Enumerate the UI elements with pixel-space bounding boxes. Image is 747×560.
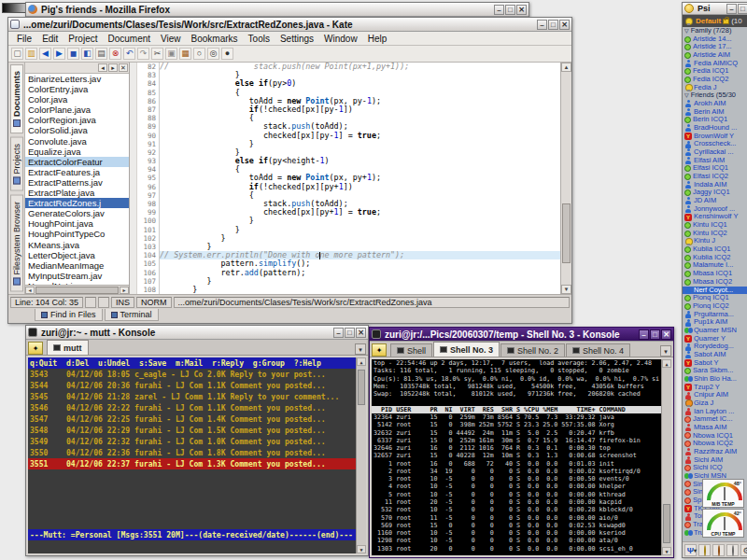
tab-shell-no-4[interactable]: Shell No. 4 xyxy=(566,343,630,357)
psi-window[interactable]: Psi – □ ✕ Default (10 ▽Family (7/28)Aris… xyxy=(682,2,747,558)
paste-icon[interactable]: ▦ xyxy=(179,48,191,60)
roster-contact[interactable]: Sichi ICQ xyxy=(683,464,747,472)
mail-list-row[interactable]: 3543 04/12/06 18:05 c_eagle - LJ Co 2.0K… xyxy=(28,369,366,380)
account-setup-icon[interactable]: ⚙ xyxy=(740,544,747,556)
roster-contact[interactable]: Elfasi AIM xyxy=(683,157,747,165)
roster-contact[interactable]: Cnipur AIM xyxy=(683,391,747,399)
roster-contact[interactable]: Kintu J xyxy=(683,237,747,245)
find-previous-icon[interactable]: ● xyxy=(221,48,233,60)
mail-list-row[interactable]: 3551 04/12/06 22:37 furahi - LJ Com 1.3K… xyxy=(28,458,366,469)
roster-contact[interactable]: Nerf Coyot... xyxy=(683,287,747,295)
roster-contact[interactable]: Pionq ICQ2 xyxy=(683,302,747,311)
menu-bookmarks[interactable]: Bookmarks xyxy=(187,34,243,44)
document-list-item[interactable]: HoughPointTypeCo xyxy=(25,229,129,239)
roster-contact[interactable]: Aristide AIM xyxy=(683,51,747,60)
minimize-icon[interactable]: – xyxy=(537,20,547,30)
roster-contact[interactable]: Quamer Y xyxy=(683,335,747,343)
close-icon[interactable]: ✕ xyxy=(661,329,671,340)
roster-contact[interactable]: Kublia ICQ1 xyxy=(683,245,747,254)
scroll-thumb[interactable] xyxy=(358,370,365,405)
psi-roster[interactable]: ▽Family (7/28)Aristide 14...Aristide 17.… xyxy=(683,27,747,541)
back-icon[interactable]: ◀ xyxy=(39,48,51,60)
find-icon[interactable]: ○ xyxy=(193,48,205,60)
scroll-down-icon[interactable]: ▼ xyxy=(662,547,671,555)
roster-contact[interactable]: Fedia J xyxy=(683,84,747,92)
document-list-item[interactable]: ColorPlane.java xyxy=(25,105,129,115)
roster-contact[interactable]: Kintu ICQ2 xyxy=(683,230,747,238)
psi-account-row[interactable]: Default (10 xyxy=(683,15,747,27)
roster-contact[interactable]: Shin Bio Ha... xyxy=(683,375,747,384)
roster-contact[interactable]: Jammet IC... xyxy=(683,415,747,424)
document-list-item[interactable]: Color.java xyxy=(25,94,129,105)
document-list-item[interactable]: KMeans.java xyxy=(25,240,129,250)
maximize-icon[interactable]: □ xyxy=(738,4,747,14)
roster-contact[interactable]: Kintu ICQ1 xyxy=(683,221,747,230)
code-editor[interactable]: 8283848586878889909192939495969798991001… xyxy=(130,63,571,294)
document-list-item[interactable]: ExtractRedZones.j xyxy=(25,198,129,208)
roster-contact[interactable]: Kenshinwolf Y xyxy=(683,213,747,221)
print-icon[interactable]: ▤ xyxy=(95,48,107,60)
roster-contact[interactable]: Rorydedog... xyxy=(683,343,747,351)
roster-contact[interactable]: Giza J xyxy=(683,399,747,408)
roster-contact[interactable]: Crosscheck... xyxy=(683,140,747,148)
maximize-icon[interactable]: □ xyxy=(650,329,660,340)
open-file-icon[interactable]: ▥ xyxy=(25,48,37,60)
document-list-hscrollbar[interactable]: ◂ ▸ xyxy=(25,285,129,294)
terminal-scrollbar[interactable]: ▲ ▼ xyxy=(661,359,671,555)
roster-contact[interactable]: Sichi AIM xyxy=(683,456,747,465)
roster-contact[interactable]: Tzup2 Y xyxy=(683,384,747,392)
roster-contact[interactable]: Malamute I... xyxy=(683,261,747,270)
code-text-area[interactable]: // stack.push(new Point(px+1,py+1)); } e… xyxy=(160,63,560,294)
redo-icon[interactable]: ↷ xyxy=(137,48,149,60)
mail-list-row[interactable]: 3548 04/12/06 22:29 furahi - LJ Com 1.5K… xyxy=(28,425,366,436)
save-icon[interactable]: ◼ xyxy=(67,48,79,60)
cut-icon[interactable]: ✂ xyxy=(151,48,163,60)
document-list-item[interactable]: GenerateColors.jav xyxy=(25,208,129,218)
roster-contact[interactable]: Razzifraz AIM xyxy=(683,448,747,456)
roster-contact[interactable]: Indala AIM xyxy=(683,181,747,189)
close-icon[interactable]: ✕ xyxy=(516,5,527,15)
forward-icon[interactable]: ▶ xyxy=(53,48,65,60)
next-document-icon[interactable]: ▸ xyxy=(108,63,118,72)
roster-contact[interactable]: Jonnywoof ... xyxy=(683,205,747,214)
roster-group[interactable]: ▽Family (7/28) xyxy=(683,27,747,35)
roster-contact[interactable]: Ian Layton ... xyxy=(683,408,747,416)
menu-edit[interactable]: Edit xyxy=(37,34,63,44)
tab-options-icon[interactable]: ▾ xyxy=(660,345,671,357)
firefox-titlebar[interactable]: Pig's friends - Mozilla Firefox – □ ✕ xyxy=(26,3,529,17)
roster-contact[interactable]: Berin ICQ1 xyxy=(683,116,747,124)
scroll-thumb[interactable] xyxy=(663,504,670,543)
roster-contact[interactable]: Prguitarma... xyxy=(683,311,747,319)
undo-icon[interactable]: ↶ xyxy=(123,48,135,60)
psi-titlebar[interactable]: Psi – □ ✕ xyxy=(683,3,747,15)
kate-titlebar[interactable]: ...ome/zuri/Documents/Clases/Tesis/Work/… xyxy=(8,18,571,32)
new-session-icon[interactable]: ✦ xyxy=(28,342,43,355)
roster-contact[interactable]: Jaggy ICQ1 xyxy=(683,189,747,197)
document-list-item[interactable]: Equalize.java xyxy=(25,147,129,157)
roster-contact[interactable]: Kublia ICQ2 xyxy=(683,254,747,262)
roster-contact[interactable]: Fedia AIMICQ xyxy=(683,60,747,68)
tool-view-find-in-files[interactable]: Find in Files xyxy=(35,309,103,321)
scroll-left-icon[interactable]: ◂ xyxy=(25,287,35,294)
document-list-item[interactable]: BinarizeLetters.jav xyxy=(25,74,129,84)
editor-icon-border[interactable] xyxy=(130,63,137,294)
scroll-up-icon[interactable]: ▲ xyxy=(561,63,571,72)
konsole-window[interactable]: zuri@jr:/...Pics/20060307/temp - Shell N… xyxy=(369,327,674,558)
roster-contact[interactable]: Quamer MSN xyxy=(683,327,747,335)
document-list-item[interactable]: ColorSolid.java xyxy=(25,125,129,135)
roster-contact[interactable]: Mtasa AIM xyxy=(683,424,747,432)
tool-view-terminal[interactable]: Terminal xyxy=(105,309,159,321)
maximize-icon[interactable]: □ xyxy=(345,328,355,338)
roster-contact[interactable]: Pup1k AIM xyxy=(683,318,747,327)
save-as-icon[interactable]: ◧ xyxy=(81,48,93,60)
previous-document-icon[interactable]: ◂ xyxy=(98,63,107,72)
mail-list-row[interactable]: 3544 04/12/06 20:36 furahi - LJ Com 1.1K… xyxy=(28,380,366,391)
document-list-item[interactable]: ExtractPatterns.jav xyxy=(25,177,129,188)
tab-shell[interactable]: Shell xyxy=(390,343,432,357)
mutt-terminal[interactable]: q:Quit d:Del u:Undel s:Save m:Mail r:Rep… xyxy=(28,357,366,553)
document-list-item[interactable]: ExtractPlate.java xyxy=(25,188,129,198)
minimize-icon[interactable]: – xyxy=(333,328,344,338)
konsole-titlebar[interactable]: zuri@jr:/...Pics/20060307/temp - Shell N… xyxy=(370,328,673,342)
vscroll-thumb[interactable] xyxy=(562,203,571,263)
roster-contact[interactable]: Nbowa ICQ2 xyxy=(683,440,747,448)
